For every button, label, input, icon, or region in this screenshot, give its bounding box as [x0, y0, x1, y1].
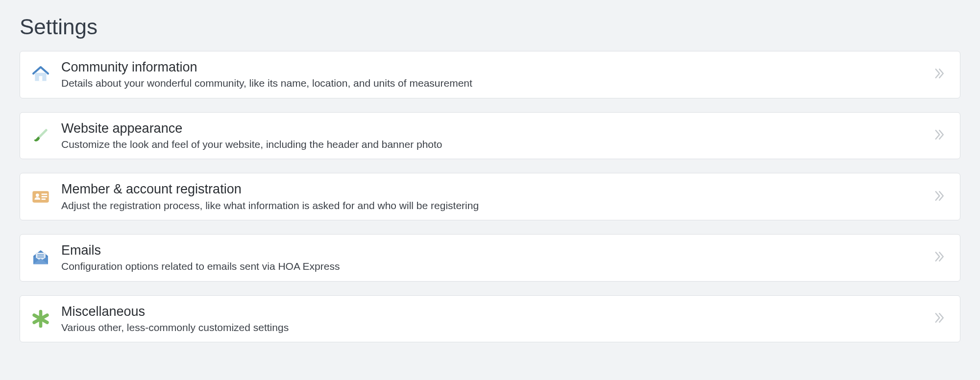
svg-rect-3 — [42, 193, 48, 195]
svg-rect-7 — [37, 255, 44, 256]
svg-rect-0 — [39, 76, 43, 81]
card-title: Emails — [61, 242, 924, 258]
settings-item-miscellaneous[interactable]: Miscellaneous Various other, less-common… — [20, 295, 960, 343]
settings-item-member-registration[interactable]: Member & account registration Adjust the… — [20, 173, 960, 220]
card-title: Community information — [61, 59, 924, 75]
card-content: Emails Configuration options related to … — [61, 242, 924, 273]
home-icon — [29, 63, 52, 86]
card-content: Miscellaneous Various other, less-common… — [61, 304, 924, 334]
chevron-right-icon — [931, 127, 946, 144]
chevron-right-icon — [931, 66, 946, 83]
card-title: Miscellaneous — [61, 304, 924, 319]
settings-item-community-information[interactable]: Community information Details about your… — [20, 51, 960, 98]
chevron-right-icon — [931, 310, 946, 327]
page-title: Settings — [20, 15, 960, 39]
settings-list: Community information Details about your… — [20, 51, 960, 342]
card-content: Website appearance Customize the look an… — [61, 120, 924, 151]
card-desc: Various other, less-commonly customized … — [61, 321, 924, 334]
chevron-right-icon — [931, 189, 946, 205]
card-content: Member & account registration Adjust the… — [61, 181, 924, 212]
svg-point-2 — [36, 193, 39, 197]
settings-item-website-appearance[interactable]: Website appearance Customize the look an… — [20, 112, 960, 160]
asterisk-icon — [29, 307, 52, 331]
card-title: Website appearance — [61, 120, 924, 136]
card-desc: Details about your wonderful community, … — [61, 76, 924, 90]
brush-icon — [29, 124, 52, 147]
settings-item-emails[interactable]: Emails Configuration options related to … — [20, 234, 960, 282]
chevron-right-icon — [931, 249, 946, 266]
svg-rect-8 — [37, 257, 44, 258]
card-desc: Customize the look and feel of your webs… — [61, 138, 924, 151]
card-content: Community information Details about your… — [61, 59, 924, 90]
svg-rect-4 — [42, 196, 48, 197]
envelope-icon — [29, 246, 52, 269]
card-desc: Adjust the registration process, like wh… — [61, 199, 924, 212]
card-desc: Configuration options related to emails … — [61, 260, 924, 273]
svg-rect-5 — [42, 198, 46, 200]
card-title: Member & account registration — [61, 181, 924, 197]
id-card-icon — [29, 185, 52, 209]
